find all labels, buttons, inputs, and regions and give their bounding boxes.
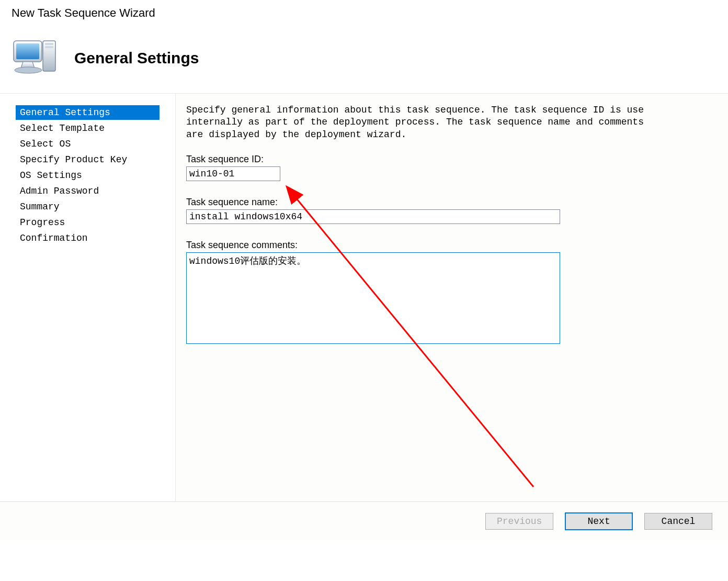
window-title: New Task Sequence Wizard [0,0,728,25]
sidebar-item-progress[interactable]: Progress [16,215,160,230]
page-title: General Settings [74,49,199,67]
sidebar-item-confirmation[interactable]: Confirmation [16,231,160,245]
previous-button: Previous [485,513,553,530]
panel-description: Specify general information about this t… [186,104,728,141]
main-panel: Specify general information about this t… [175,94,728,501]
button-bar: Previous Next Cancel [0,501,728,541]
sidebar-item-general-settings[interactable]: General Settings [16,105,160,120]
sidebar-item-os-settings[interactable]: OS Settings [16,168,160,183]
task-name-label: Task sequence name: [186,197,728,208]
svg-point-5 [15,67,42,73]
comments-textarea[interactable] [186,252,560,344]
sidebar-item-summary[interactable]: Summary [16,199,160,214]
svg-rect-2 [45,46,53,48]
sidebar-item-specify-product-key[interactable]: Specify Product Key [16,152,160,167]
sidebar-item-select-template[interactable]: Select Template [16,121,160,136]
sidebar-item-select-os[interactable]: Select OS [16,137,160,151]
task-name-input[interactable] [186,209,560,224]
task-id-label: Task sequence ID: [186,154,728,165]
wizard-header: General Settings [0,25,728,93]
sidebar-item-admin-password[interactable]: Admin Password [16,184,160,198]
task-id-input[interactable] [186,166,280,181]
comments-label: Task sequence comments: [186,240,728,251]
svg-rect-4 [16,43,39,59]
cancel-button[interactable]: Cancel [644,513,712,530]
svg-rect-0 [43,41,55,71]
next-button[interactable]: Next [565,512,633,530]
svg-rect-1 [45,43,53,45]
computer-icon [10,36,59,80]
wizard-steps-sidebar: General Settings Select Template Select … [0,94,175,501]
